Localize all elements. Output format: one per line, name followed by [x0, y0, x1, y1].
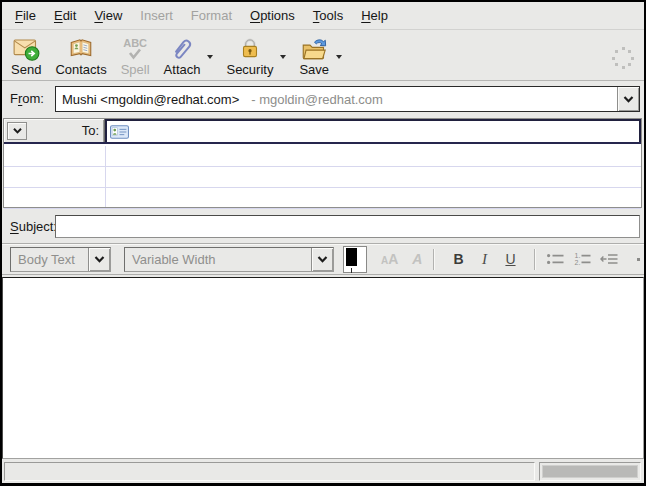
contact-card-icon	[110, 125, 129, 139]
recipient-row[interactable]	[4, 146, 641, 167]
paragraph-style-combo-button[interactable]	[88, 248, 110, 271]
recipient-column-divider	[105, 146, 106, 207]
activity-throbber-icon	[612, 47, 636, 71]
save-dropdown-arrow-icon[interactable]	[336, 55, 342, 59]
progress-bar	[542, 465, 638, 478]
progress-area	[539, 462, 641, 481]
message-body-editor[interactable]	[2, 277, 644, 459]
menu-tools[interactable]: Tools	[304, 3, 352, 28]
statusbar	[2, 460, 644, 483]
spell-button: ABC Spell	[114, 33, 157, 78]
unindent-icon	[600, 252, 619, 266]
paragraph-style-select[interactable]: Body Text	[10, 247, 111, 272]
chevron-down-icon	[94, 256, 105, 263]
contacts-label: Contacts	[55, 62, 106, 77]
bold-button[interactable]: B	[445, 251, 471, 267]
menu-insert: Insert	[131, 3, 182, 28]
font-style-combo-button[interactable]	[311, 248, 333, 271]
menu-edit[interactable]: Edit	[45, 3, 85, 28]
save-button[interactable]: Save	[292, 33, 336, 78]
numbered-list-button[interactable]: 1. 2.	[574, 252, 591, 266]
security-icon	[237, 35, 263, 62]
recipient-type-cell[interactable]: To:	[4, 119, 105, 142]
send-label: Send	[11, 62, 41, 77]
toolbar-separator	[433, 249, 434, 270]
bullet-list-icon	[546, 252, 565, 266]
text-color-swatch	[346, 248, 357, 266]
main-toolbar: Send Contacts ABC	[2, 31, 644, 81]
increase-font-size-button: A	[412, 251, 422, 267]
from-row: From: Mushi <mgoldin@redhat.com> - mgold…	[2, 86, 644, 112]
menu-options[interactable]: Options	[241, 3, 304, 28]
underline-button[interactable]: U	[497, 251, 523, 267]
chevron-down-icon	[623, 96, 634, 103]
chevron-down-icon	[13, 128, 22, 134]
decrease-font-size-button: AA	[381, 251, 398, 267]
recipients-table: To:	[3, 118, 642, 208]
security-label: Security	[226, 62, 273, 77]
contacts-icon	[68, 35, 94, 62]
security-dropdown-arrow-icon[interactable]	[280, 55, 286, 59]
paragraph-style-value: Body Text	[18, 252, 75, 267]
recipient-header-row: To:	[4, 119, 641, 144]
menu-help[interactable]: Help	[352, 3, 397, 28]
recipient-row[interactable]	[4, 167, 641, 188]
menubar: File Edit View Insert Format Options Too…	[2, 2, 644, 30]
text-color-button[interactable]	[343, 246, 367, 273]
bullet-list-button[interactable]	[546, 252, 565, 266]
spell-label: Spell	[121, 62, 150, 77]
menu-format: Format	[182, 3, 241, 28]
menu-view[interactable]: View	[85, 3, 131, 28]
font-style-select[interactable]: Variable Width	[124, 247, 334, 272]
numbered-list-lines	[580, 252, 591, 266]
subject-input[interactable]	[55, 215, 640, 238]
attach-dropdown-arrow-icon[interactable]	[207, 55, 213, 59]
from-account-value: Mushi <mgoldin@redhat.com>	[62, 92, 239, 107]
to-label: To:	[82, 123, 104, 138]
to-address-input[interactable]	[105, 119, 641, 142]
recipient-empty-rows	[4, 146, 641, 207]
subject-label: Subject:	[10, 219, 57, 234]
menu-file[interactable]: File	[6, 3, 45, 28]
recipient-type-button[interactable]	[7, 122, 27, 140]
toolbar-overflow-icon[interactable]	[637, 258, 640, 261]
spell-icon: ABC	[123, 35, 147, 62]
from-account-hint: - mgoldin@redhat.com	[251, 92, 383, 107]
italic-button[interactable]: I	[471, 251, 497, 268]
text-color-tick	[351, 268, 352, 273]
attach-button[interactable]: Attach	[157, 33, 208, 78]
unindent-button[interactable]	[600, 252, 619, 266]
from-label: From:	[10, 91, 44, 106]
chevron-down-icon	[317, 256, 328, 263]
compose-window: File Edit View Insert Format Options Too…	[2, 2, 644, 483]
save-label: Save	[299, 62, 329, 77]
send-icon	[13, 35, 40, 62]
format-toolbar: Body Text Variable Width AA A B I U	[2, 243, 644, 275]
attach-label: Attach	[164, 62, 201, 77]
from-combo-button[interactable]	[617, 87, 639, 111]
save-icon	[301, 35, 328, 62]
attach-icon	[169, 35, 195, 62]
font-style-value: Variable Width	[132, 252, 216, 267]
subject-row: Subject:	[2, 214, 644, 240]
security-button[interactable]: Security	[219, 33, 280, 78]
from-account-select[interactable]: Mushi <mgoldin@redhat.com> - mgoldin@red…	[55, 86, 640, 112]
contacts-button[interactable]: Contacts	[48, 33, 113, 78]
status-message-area	[4, 462, 535, 481]
send-button[interactable]: Send	[4, 33, 48, 78]
recipient-row[interactable]	[4, 188, 641, 209]
toolbar-separator	[534, 249, 535, 270]
